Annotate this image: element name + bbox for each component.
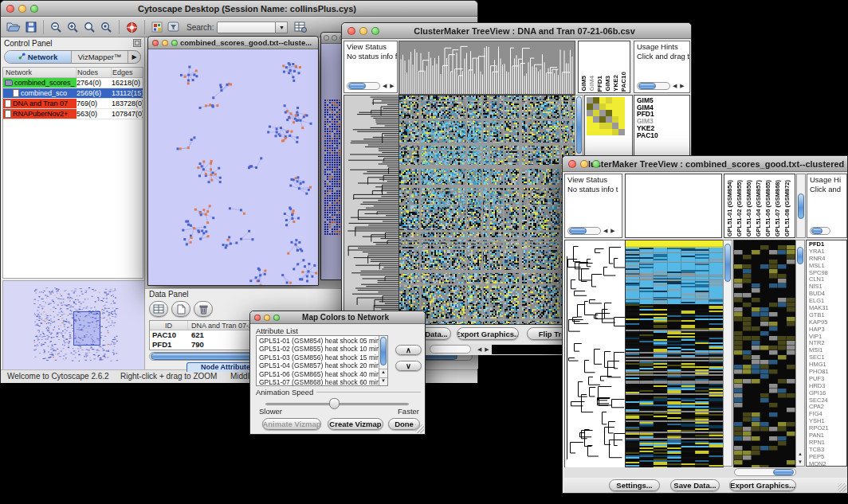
column-header-edges[interactable]: Edges xyxy=(112,68,143,77)
tv2-bottom-scroll-pill[interactable] xyxy=(773,469,794,475)
minimize-icon[interactable] xyxy=(580,160,588,168)
close-icon[interactable] xyxy=(568,160,576,168)
close-icon[interactable] xyxy=(347,27,355,35)
tab-network[interactable]: Network xyxy=(5,51,72,63)
tab-vizmapper[interactable]: VizMapper™ xyxy=(72,51,128,63)
attribute-list-item[interactable]: GPL51-03 (GSM856) heat shock 15 min xyxy=(259,354,377,361)
scroll-down-arrow[interactable]: ▼ xyxy=(796,459,804,464)
tv2-global-vscrollbar[interactable] xyxy=(723,240,732,467)
attribute-list-item[interactable]: GPL51-06 (GSM865) heat shock 40 min xyxy=(259,370,377,378)
new-attribute-icon[interactable] xyxy=(171,301,190,317)
tv2-column-dendrogram[interactable] xyxy=(625,174,722,238)
data-column-id[interactable]: ID xyxy=(150,321,188,330)
scroll-arrows[interactable]: ◀ ▶ xyxy=(673,83,685,89)
minimize-icon[interactable] xyxy=(332,35,337,41)
tv1-heatmap[interactable] xyxy=(398,95,575,325)
attribute-list-item[interactable]: GPL51-02 (GSM855) heat shock 10 min xyxy=(259,345,377,353)
column-header-network[interactable]: Network xyxy=(3,68,77,77)
zoom-window-icon[interactable] xyxy=(371,27,379,35)
search-input[interactable] xyxy=(217,21,276,33)
zoom-window-icon[interactable] xyxy=(30,5,38,13)
tv2-column-labels-panel[interactable]: GPL51-01 (GSM854)GPL51-02 (GSM855)GPL51-… xyxy=(724,174,795,238)
dialog-title-bar[interactable]: Map Colors to Network xyxy=(250,311,425,324)
usage-hints-hscrollbar[interactable] xyxy=(810,227,830,235)
filter-icon[interactable] xyxy=(167,21,179,33)
network-tree-row[interactable]: combined_scores_ 2764(0)16218(0) xyxy=(3,78,143,88)
resize-grip[interactable] xyxy=(838,483,846,492)
search-dropdown-button[interactable]: ▼ xyxy=(276,21,288,33)
attribute-list-item[interactable]: GPL51-01 (GSM854) heat shock 05 min xyxy=(259,337,377,345)
zoom-window-icon[interactable] xyxy=(273,315,280,321)
network-tree-row-selected[interactable]: combined_sco 2569(6)13112(15) xyxy=(3,88,143,99)
view-status-hscrollbar[interactable] xyxy=(347,82,380,90)
network2-title-bar[interactable] xyxy=(321,33,342,44)
animate-vizmap-button[interactable]: Animate Vizmap xyxy=(262,418,321,430)
close-icon[interactable] xyxy=(6,5,14,13)
open-session-icon[interactable] xyxy=(6,21,21,33)
minimize-icon[interactable] xyxy=(162,40,168,46)
zoom-in-icon[interactable] xyxy=(67,21,79,33)
zoom-window-icon[interactable] xyxy=(592,160,600,168)
scroll-up-arrow[interactable]: ▲ xyxy=(379,369,387,377)
vizmapper-icon[interactable] xyxy=(151,21,163,33)
treeview1-title-bar[interactable]: ClusterMaker TreeView : DNA and Tran 07-… xyxy=(342,23,691,39)
move-down-button[interactable]: ∨ xyxy=(395,361,422,371)
tv2-row-dendrogram[interactable] xyxy=(564,240,626,468)
speed-slider-thumb[interactable] xyxy=(329,398,340,409)
birdseye-view[interactable] xyxy=(2,280,145,371)
view-status-hscrollbar[interactable] xyxy=(567,227,601,235)
attribute-browser-icon[interactable] xyxy=(294,21,307,33)
network-tree-row[interactable]: DNA and Tran 07 769(0)183728(0) xyxy=(3,99,143,109)
network-tree-row[interactable]: RNAPuberNov2+ 563(0)107847(0) xyxy=(3,109,143,119)
zoom-fit-icon[interactable] xyxy=(84,21,96,33)
export-graphics-button[interactable]: Export Graphics... xyxy=(729,479,796,491)
usage-hints-hscrollbar[interactable] xyxy=(637,82,670,90)
zoom-out-icon[interactable] xyxy=(50,21,62,33)
data-cell-id[interactable]: PFD1 xyxy=(150,340,188,350)
attribute-list-vscrollbar[interactable]: ▲ ▼ xyxy=(379,336,387,385)
minimize-icon[interactable] xyxy=(18,5,26,13)
column-header-nodes[interactable]: Nodes xyxy=(77,68,112,77)
scroll-arrows[interactable]: ◀ ▶ xyxy=(603,228,616,234)
scroll-up-arrow[interactable]: ▲ xyxy=(796,451,804,456)
minimize-icon[interactable] xyxy=(264,315,270,321)
close-icon[interactable] xyxy=(254,315,261,321)
help-ring-icon[interactable] xyxy=(126,21,138,33)
network-canvas[interactable] xyxy=(148,49,318,285)
tv1-column-labels-panel[interactable]: GIM5GIM4PFD1GIM3YKE2PAC10 xyxy=(578,41,630,93)
move-up-button[interactable]: ∧ xyxy=(395,345,422,355)
tv1-bottom-hscrollbar[interactable] xyxy=(430,345,471,354)
network2-canvas[interactable] xyxy=(321,44,342,279)
main-title-bar[interactable]: Cytoscape Desktop (Session Name: collins… xyxy=(1,1,477,17)
table-panel-icon[interactable] xyxy=(149,301,168,317)
treeview2-title-bar[interactable]: ClusterMaker TreeView : combined_scores_… xyxy=(563,156,847,172)
tv2-global-heatmap[interactable] xyxy=(625,240,724,468)
resize-grip[interactable] xyxy=(415,424,424,433)
network-title-bar[interactable]: combined_scores_good.txt--cluste... xyxy=(148,37,318,49)
close-icon[interactable] xyxy=(152,40,159,46)
float-panel-icon[interactable] xyxy=(133,36,141,50)
tv2-zoom-heatmap[interactable] xyxy=(733,240,796,468)
data-cell-id[interactable]: PAC10 xyxy=(150,330,188,340)
tv1-row-dendrogram[interactable] xyxy=(344,95,399,325)
trash-icon[interactable] xyxy=(194,301,213,317)
tab-overflow-button[interactable]: ▶ xyxy=(128,51,140,63)
save-data-button[interactable]: Save Data... xyxy=(670,479,720,491)
zoom-window-icon[interactable] xyxy=(171,40,178,46)
save-session-icon[interactable] xyxy=(26,21,37,33)
scroll-arrows[interactable]: ◀ ▶ xyxy=(477,346,490,353)
zoom-selected-icon[interactable] xyxy=(100,21,112,33)
export-graphics-button[interactable]: Export Graphics... xyxy=(457,327,519,340)
close-icon[interactable] xyxy=(324,35,329,41)
tv2-row-labels-panel[interactable]: PFD1YRA1RNR4MSL1SPC98CLN1NIS1BUD4ELG1MAK… xyxy=(806,240,847,467)
settings-button[interactable]: Settings... xyxy=(609,479,660,491)
minimize-icon[interactable] xyxy=(359,27,367,35)
tv2-zoom-vscrollbar[interactable]: ▲ ▼ xyxy=(795,240,805,467)
create-vizmap-button[interactable]: Create Vizmap xyxy=(328,418,383,430)
attribute-list-item[interactable]: GPL51-04 (GSM857) heat shock 20 min xyxy=(259,361,377,369)
tv1-column-dendrogram[interactable] xyxy=(398,41,575,95)
attribute-list[interactable]: GPL51-01 (GSM854) heat shock 05 minGPL51… xyxy=(256,335,388,386)
attribute-list-item[interactable]: GPL51-07 (GSM868) heat shock 60 min xyxy=(259,378,377,386)
scroll-down-arrow[interactable]: ▼ xyxy=(379,377,387,385)
scroll-arrows[interactable]: ◀ ▶ xyxy=(383,83,395,89)
